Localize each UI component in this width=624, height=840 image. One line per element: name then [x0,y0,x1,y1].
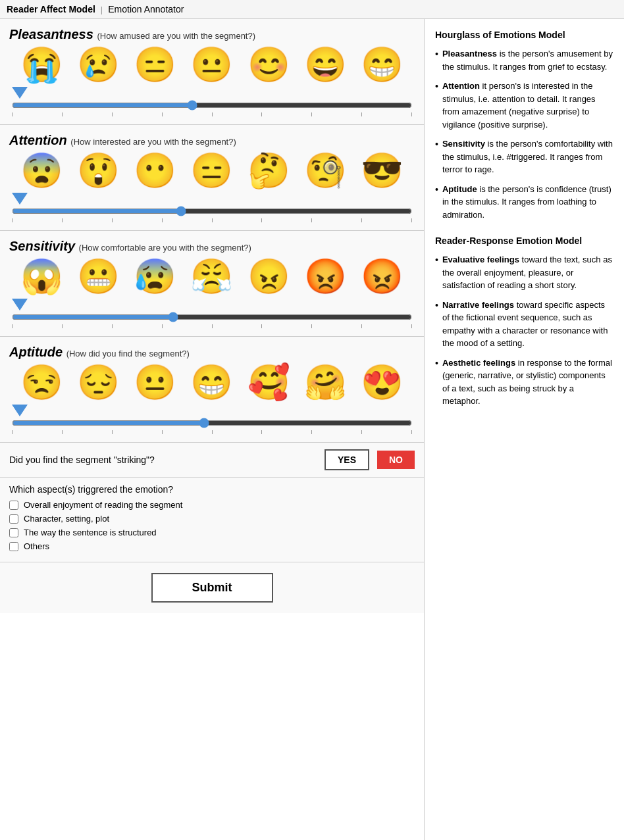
app-title: Reader Affect Model [7,4,95,14]
emoji-0-0[interactable]: 😭 [20,47,63,82]
emoji-3-2[interactable]: 😐 [134,365,176,399]
pleasantness-emoji-row: 😭 😢 😑 😐 😊 😄 😁 [9,47,415,82]
aptitude-emoji-row: 😒 😔 😐 😁 🥰 🤗 😍 [9,365,415,399]
main-layout: Pleasantness (How amused are you with th… [0,19,624,840]
emoji-0-5[interactable]: 😄 [304,47,347,82]
response-item-0: • Evaluative feelings toward the text, s… [435,253,613,292]
emoji-1-1[interactable]: 😲 [77,153,120,187]
aptitude-slider-arrow [12,405,28,416]
sensitivity-emoji-row: 😱 😬 😰 😤 😠 😡 😡 [9,259,415,293]
aspect-checkbox-0[interactable] [9,501,18,510]
bullet-0: • [435,47,438,73]
aspect-checkbox-1[interactable] [9,514,18,524]
attention-emoji-row: 😨 😲 😶 😑 🤔 🧐 😎 [9,153,415,187]
emoji-2-2[interactable]: 😰 [134,259,176,293]
aspect-item-1: Character, setting, plot [9,514,415,524]
attention-slider[interactable] [12,206,412,216]
emoji-3-6[interactable]: 😍 [361,365,403,399]
no-button[interactable]: NO [377,451,415,469]
emoji-0-2[interactable]: 😑 [134,47,176,82]
pleasantness-slider[interactable] [12,100,412,111]
response-item-2-text: Aesthetic feelings in response to the fo… [442,357,613,408]
sensitivity-title: Sensitivity (How comfortable are you wit… [9,239,415,254]
sensitivity-slider-container [12,299,412,328]
hourglass-item-3-text: Aptitude is the person's is confidence (… [442,183,613,222]
aptitude-slider[interactable] [12,418,412,428]
submit-button[interactable]: Submit [151,573,273,603]
bullet-2: • [435,137,438,176]
response-item-1: • Narrative feelings toward specific asp… [435,299,613,350]
emoji-3-0[interactable]: 😒 [20,365,63,399]
hourglass-item-0-text: Pleasantness is the person's amusement b… [442,47,613,73]
emoji-0-4[interactable]: 😊 [247,47,290,82]
emoji-3-3[interactable]: 😁 [190,365,233,399]
emoji-0-6[interactable]: 😁 [361,47,403,82]
striking-section: Did you find the segment "striking"? YES… [0,443,424,478]
bullet-3: • [435,183,438,222]
attention-title: Attention (How interested are you with t… [9,133,415,148]
attention-question: (How interested are you with the segment… [70,137,236,147]
emoji-1-5[interactable]: 🧐 [304,153,347,187]
emoji-0-1[interactable]: 😢 [77,47,120,82]
emoji-2-1[interactable]: 😬 [77,259,120,293]
response-item-1-text: Narrative feelings toward specific aspec… [442,299,613,350]
pleasantness-ticks [12,112,412,116]
bullet-r0: • [435,253,438,292]
aptitude-section: Aptitude (How did you find the segment?)… [0,337,424,443]
sensitivity-slider[interactable] [12,312,412,322]
emoji-3-1[interactable]: 😔 [77,365,120,399]
response-item-0-text: Evaluative feelings toward the text, suc… [442,253,613,292]
hourglass-item-1-text: Attention it person's is interested in t… [442,80,613,131]
pleasantness-question: (How amused are you with the segment?) [97,31,255,41]
aptitude-ticks [12,430,412,434]
sensitivity-ticks [12,324,412,328]
hourglass-item-2: • Sensitivity is the person's comfortabi… [435,137,613,176]
aspect-label-3: Others [24,541,49,551]
aptitude-title: Aptitude (How did you find the segment?) [9,345,415,360]
aspect-label-2: The way the sentence is structured [24,528,157,537]
emoji-2-6[interactable]: 😡 [361,259,403,293]
emoji-1-0[interactable]: 😨 [20,153,63,187]
app-subtitle: Emotion Annotator [108,4,184,14]
aspects-section: Which aspect(s) triggrered the emotion? … [0,478,424,562]
emoji-2-5[interactable]: 😡 [304,259,347,293]
emoji-0-3[interactable]: 😐 [190,47,233,82]
attention-section: Attention (How interested are you with t… [0,125,424,231]
yes-button[interactable]: YES [325,449,369,470]
left-panel: Pleasantness (How amused are you with th… [0,19,425,840]
app-header: Reader Affect Model | Emotion Annotator [0,0,624,19]
emoji-2-0[interactable]: 😱 [20,259,63,293]
attention-slider-arrow [12,193,28,205]
emoji-1-2[interactable]: 😶 [134,153,176,187]
bullet-r2: • [435,357,438,408]
aspect-checkbox-3[interactable] [9,542,18,551]
aspect-label-1: Character, setting, plot [24,514,109,524]
emoji-2-4[interactable]: 😠 [247,259,290,293]
hourglass-item-3: • Aptitude is the person's is confidence… [435,183,613,222]
pleasantness-slider-arrow [12,87,28,99]
aptitude-slider-container [12,405,412,434]
aspect-checkbox-2[interactable] [9,528,18,537]
response-title: Reader-Response Emotion Model [435,234,613,248]
attention-slider-container [12,193,412,222]
hourglass-item-0: • Pleasantness is the person's amusement… [435,47,613,73]
aspect-item-0: Overall enjoyment of reading the segment [9,500,415,510]
emoji-1-4[interactable]: 🤔 [247,153,290,187]
hourglass-list: • Pleasantness is the person's amusement… [435,47,613,221]
response-list: • Evaluative feelings toward the text, s… [435,253,613,408]
bullet-r1: • [435,299,438,350]
emoji-3-5[interactable]: 🤗 [304,365,347,399]
pleasantness-title: Pleasantness (How amused are you with th… [9,27,415,42]
emoji-3-4[interactable]: 🥰 [247,365,290,399]
emoji-1-3[interactable]: 😑 [190,153,233,187]
emoji-1-6[interactable]: 😎 [361,153,403,187]
header-separator: | [101,5,103,14]
response-item-2: • Aesthetic feelings in response to the … [435,357,613,408]
bullet-1: • [435,80,438,131]
emoji-2-3[interactable]: 😤 [190,259,233,293]
aptitude-question: (How did you find the segment?) [66,349,190,358]
pleasantness-section: Pleasantness (How amused are you with th… [0,19,424,125]
hourglass-item-2-text: Sensitivity is the person's comfortabili… [442,137,613,176]
pleasantness-slider-container [12,87,412,116]
sensitivity-question: (How comfortable are you with the segmen… [79,243,251,253]
